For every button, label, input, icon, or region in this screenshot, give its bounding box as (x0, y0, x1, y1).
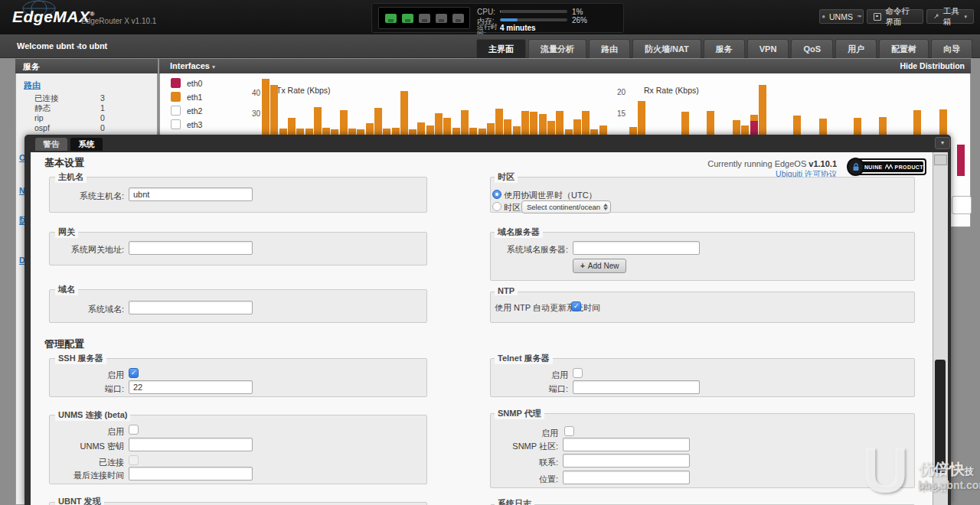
ntp-checkbox[interactable] (571, 301, 581, 311)
snmp-location-label: 位置: (482, 474, 558, 485)
utc-label: 使用协调世界时（UTC） (504, 190, 597, 201)
port-led-0 (385, 14, 397, 23)
legend-checkbox-eth1[interactable] (171, 92, 181, 102)
interfaces-title[interactable]: Interfaces ▾ (170, 61, 215, 70)
legend-checkbox-eth0[interactable] (171, 78, 181, 88)
stat-label: 已连接 (16, 93, 100, 103)
snmp-contact-label: 联系: (482, 457, 558, 468)
sidebar-item-routing[interactable]: 路由 (24, 80, 41, 91)
port-led-4 (452, 14, 464, 23)
stat-label: 静态 (16, 103, 100, 113)
timezone-legend: 时区 (495, 171, 518, 183)
domain-legend: 域名 (55, 284, 78, 295)
stat-label: ospf (16, 123, 100, 133)
lock-shield-icon (847, 158, 864, 176)
interfaces-header: Interfaces ▾ Hide Distribution (159, 59, 971, 73)
port-led-3 (436, 14, 447, 23)
unms-last-input[interactable] (129, 467, 253, 481)
cpu-value: 1% (572, 8, 583, 16)
legend-label: eth1 (187, 93, 202, 102)
cli-button[interactable]: 命令行界面 (867, 9, 923, 24)
unms-enable-checkbox[interactable] (129, 425, 139, 435)
telnet-port-input[interactable] (573, 380, 700, 394)
unms-key-input[interactable] (129, 438, 253, 451)
routing-stat-row: 静态1 (16, 103, 158, 113)
top-header-bar: EdgeMAX® EdgeRouter X v1.10.1 CPU: 1% 内存… (0, 0, 980, 34)
dns-label: 系统域名服务器: (492, 244, 568, 256)
snmp-community-label: SNMP 社区: (482, 441, 558, 452)
dns-input[interactable] (573, 241, 700, 255)
add-new-label: Add New (588, 262, 619, 270)
sidebar-title: 服务 (23, 61, 40, 73)
ssh-port-label: 端口: (47, 383, 124, 395)
gateway-input[interactable] (129, 241, 253, 255)
memory-bar (500, 18, 567, 21)
tab-配置树[interactable]: 配置树 (879, 39, 929, 58)
snmp-community-input[interactable] (563, 438, 690, 451)
telnet-enable-checkbox[interactable] (573, 368, 583, 378)
unms-button[interactable]: ● UNMS™ (819, 9, 864, 24)
modal-scrollbar-up[interactable] (934, 155, 947, 165)
tx-tick-40: 40 (242, 89, 260, 97)
hide-distribution-link[interactable]: Hide Distribution (900, 61, 965, 70)
stat-value: 1 (100, 103, 105, 113)
background-widget-remnant (952, 196, 972, 214)
snmp-contact-input[interactable] (563, 454, 690, 468)
toolbox-button[interactable]: 工具箱 ▾ (926, 9, 974, 24)
timezone-select-value: Select continent/ocean (527, 203, 600, 211)
routing-stat-row: 已连接3 (16, 93, 158, 103)
unms-dot-icon: ● (822, 13, 825, 20)
tab-向导[interactable]: 向导 (931, 39, 972, 58)
dns-fieldset (490, 232, 915, 281)
ssh-enable-label: 启用 (47, 370, 124, 381)
interfaces-legend: eth0eth1eth2eth3 (171, 78, 202, 133)
tab-流量分析[interactable]: 流量分析 (528, 39, 586, 58)
unms-connected-checkbox[interactable] (129, 455, 139, 465)
modal-tab-alerts[interactable]: 警告 (35, 138, 67, 151)
tab-QoS[interactable]: QoS (791, 39, 833, 58)
legend-row-eth3: eth3 (171, 119, 202, 129)
legend-row-eth0: eth0 (171, 78, 202, 88)
gateway-label: 系统网关地址: (47, 244, 124, 256)
tab-用户[interactable]: 用户 (835, 39, 877, 58)
ssh-enable-checkbox[interactable] (129, 368, 139, 378)
snmp-enable-checkbox[interactable] (564, 426, 574, 436)
tx-chart-title: Tx Rate (Kbps) (273, 84, 335, 96)
legend-checkbox-eth3[interactable] (171, 119, 181, 129)
domain-input[interactable] (129, 301, 253, 314)
add-new-button[interactable]: + Add New (573, 259, 626, 273)
legend-row-eth2: eth2 (171, 106, 202, 116)
timezone-select[interactable]: Select continent/ocean (521, 200, 611, 213)
tab-VPN[interactable]: VPN (747, 39, 789, 58)
legend-checkbox-eth2[interactable] (171, 106, 181, 116)
hostname-input[interactable] (129, 187, 253, 201)
cli-button-label: 命令行界面 (885, 6, 916, 28)
edgeos-dashboard: EdgeMAX® EdgeRouter X v1.10.1 CPU: 1% 内存… (0, 0, 980, 505)
welcome-menu[interactable]: Welcome ubnt ▾ (17, 41, 80, 50)
to-ubnt-link[interactable]: to ubnt (79, 41, 107, 50)
toolbox-button-label: 工具箱 (943, 6, 961, 28)
sidebar-header: 服务 (15, 59, 158, 73)
modal-tab-system[interactable]: 系统 (70, 138, 103, 151)
tab-服务[interactable]: 服务 (704, 39, 745, 58)
tab-防火墙/NAT[interactable]: 防火墙/NAT (632, 39, 701, 58)
hostname-label: 系统主机名: (47, 191, 124, 202)
stat-value: 0 (100, 113, 105, 123)
utc-radio[interactable] (492, 190, 501, 199)
gateway-legend: 网关 (55, 226, 78, 238)
ssh-port-input[interactable] (129, 380, 253, 394)
tab-路由[interactable]: 路由 (589, 39, 630, 58)
legend-label: eth0 (187, 79, 202, 88)
rx-tick-15: 15 (607, 109, 626, 118)
modal-collapse-button[interactable]: ▾ (935, 137, 950, 149)
port-led-2 (419, 14, 430, 23)
unms-last-label: 最后连接时间 (47, 470, 124, 481)
ntp-legend: NTP (495, 286, 518, 295)
modal-scrollbar-thumb[interactable] (935, 360, 946, 473)
terminal-icon (874, 13, 881, 21)
tab-主界面[interactable]: 主界面 (476, 39, 526, 58)
snmp-location-input[interactable] (563, 471, 690, 484)
timezone-radio[interactable] (492, 202, 501, 211)
hostname-legend: 主机名 (55, 171, 87, 183)
management-settings-title: 管理配置 (44, 337, 84, 351)
